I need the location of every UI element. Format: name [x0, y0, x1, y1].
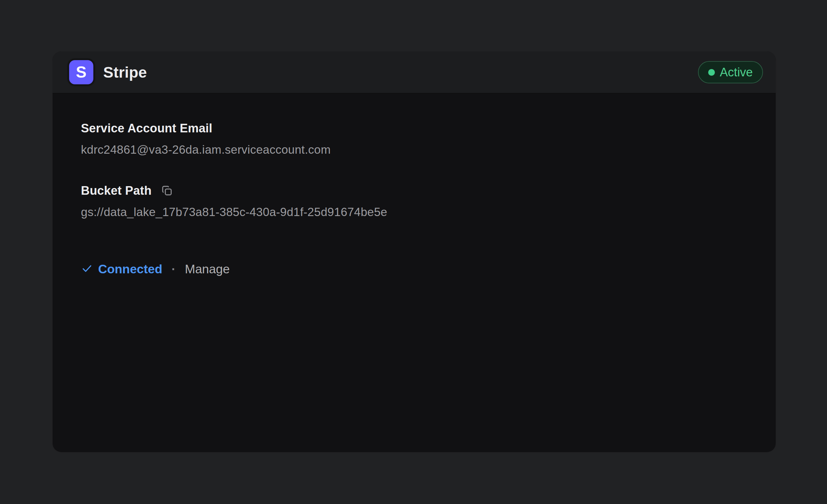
copy-button[interactable] — [160, 184, 173, 197]
copy-icon — [160, 184, 173, 197]
footer-separator: · — [172, 263, 176, 276]
status-dot-icon — [708, 69, 715, 76]
connected-link[interactable]: Connected — [98, 262, 162, 276]
field-service-account-email: Service Account Email kdrc24861@va3-26da… — [81, 121, 747, 157]
connection-footer: Connected · Manage — [81, 262, 747, 276]
stripe-logo-icon: S — [69, 60, 93, 84]
integration-card: S Stripe Active Service Account Email kd… — [52, 51, 776, 453]
manage-link[interactable]: Manage — [185, 262, 230, 276]
status-badge-label: Active — [720, 65, 753, 79]
service-account-email-label: Service Account Email — [81, 121, 212, 135]
card-title: Stripe — [103, 64, 147, 81]
check-icon — [81, 263, 93, 276]
card-header: S Stripe Active — [53, 52, 776, 94]
stripe-logo-letter: S — [76, 63, 86, 81]
service-account-email-value: kdrc24861@va3-26da.iam.serviceaccount.co… — [81, 143, 747, 157]
field-bucket-path: Bucket Path gs://data_lake_17b73a81-385c… — [81, 183, 747, 220]
bucket-path-value: gs://data_lake_17b73a81-385c-430a-9d1f-2… — [81, 205, 747, 220]
bucket-path-label: Bucket Path — [81, 183, 152, 198]
status-badge: Active — [698, 61, 763, 83]
card-body: Service Account Email kdrc24861@va3-26da… — [53, 94, 776, 276]
